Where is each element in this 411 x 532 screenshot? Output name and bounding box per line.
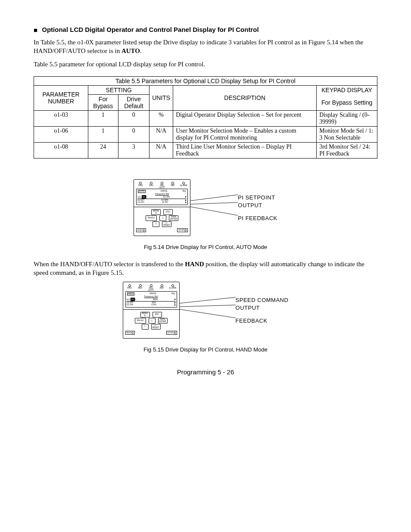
indicator-arrow-icon <box>174 302 176 304</box>
data-enter-button[interactable]: DATAENTER <box>158 318 168 324</box>
table-row: o1-03 1 0 % Digital Operator Display Sel… <box>34 110 377 126</box>
lcd-screen: AUTO -DRIVE- Rdy Frequency Ref U1-01= 12… <box>136 189 188 205</box>
up-button[interactable]: △ <box>149 318 156 324</box>
callout-setpoint: PI SETPOINT <box>238 194 277 202</box>
led-rev: REV <box>137 284 144 289</box>
callout-feedback: PI FEEDBACK <box>238 215 277 222</box>
indicator-arrow-icon <box>174 299 176 300</box>
reset-button[interactable]: ▷RESET <box>162 221 171 227</box>
table-row: o1-06 1 0 N/A User Monitor Selection Mod… <box>34 126 377 142</box>
stop-button[interactable]: STOP <box>177 228 188 232</box>
menu-button[interactable]: MENU⟲ <box>140 312 150 317</box>
stop-button[interactable]: STOP <box>166 331 177 335</box>
callout-feedback: FEEDBACK <box>236 317 289 325</box>
parameter-table: Table 5.5 Parameters for Optional LCD Di… <box>34 76 377 159</box>
th-units: UNITS <box>149 85 173 110</box>
esc-button[interactable]: ESC <box>163 209 173 215</box>
lcd-screen: HAND -DRIVE- Rdy Frequency Ref U1-01= 40… <box>125 291 177 308</box>
data-enter-button[interactable]: DATAENTER <box>169 215 178 221</box>
figure-caption-1: Fig 5.14 Drive Display for PI Control, A… <box>34 244 377 250</box>
intro-paragraph-1: In Table 5.5, the o1-0X parameter listed… <box>34 38 377 56</box>
keypad-device: FWD REV SEQ REF ALARM AUTO HAND -DRIVE- … <box>123 282 180 339</box>
monitor-button[interactable]: Monitor <box>135 318 146 324</box>
led-seq: SEQ <box>147 284 155 289</box>
down-button[interactable]: ▽ <box>153 221 159 227</box>
callout-output: OUTPUT <box>238 202 277 209</box>
led-ref: REF <box>158 284 166 289</box>
run-button[interactable]: RUN <box>136 228 146 232</box>
th-description: DESCRIPTION <box>173 85 317 110</box>
svg-line-0 <box>190 195 238 201</box>
led-fwd: FWD <box>126 284 134 289</box>
svg-line-1 <box>190 202 238 204</box>
callout-leader-lines <box>180 294 236 337</box>
th-for-bypass-setting: For Bypass Setting <box>317 94 377 110</box>
figure-5-14: FWD REV SEQ REF ALARM AUTO AUTO -DRIVE- … <box>34 179 377 236</box>
section-title: Optional LCD Digital Operator and Contro… <box>42 26 258 33</box>
led-alarm: ALARM <box>169 284 177 289</box>
callout-speed-command: SPEED COMMAND <box>236 296 289 304</box>
keypad-device: FWD REV SEQ REF ALARM AUTO AUTO -DRIVE- … <box>134 179 190 236</box>
figure-5-15: FWD REV SEQ REF ALARM AUTO HAND -DRIVE- … <box>34 282 377 339</box>
callout-output: OUTPUT <box>236 304 289 312</box>
svg-line-3 <box>180 297 236 303</box>
led-ref: REF <box>169 182 177 187</box>
down-button[interactable]: ▽ <box>142 324 149 330</box>
intro-paragraph-2: Table 5.5 parameter for optional LCD dis… <box>34 60 377 68</box>
reset-button[interactable]: ▷RESET <box>151 324 161 330</box>
th-for-bypass: For Bypass <box>88 94 118 110</box>
callout-labels: SPEED COMMAND OUTPUT FEEDBACK <box>236 282 289 325</box>
svg-line-5 <box>180 309 236 318</box>
led-alarm: ALARM <box>180 182 187 187</box>
indicator-arrow-icon <box>185 202 187 203</box>
th-drive-default: Drive Default <box>118 94 149 110</box>
mid-paragraph: When the HAND/OFF/AUTO selector is trans… <box>34 260 377 277</box>
bullet-icon: ■ <box>34 26 37 34</box>
callout-leader-lines <box>190 191 238 234</box>
indicator-arrow-icon <box>185 196 187 198</box>
table-row: o1-08 24 3 N/A Third Line User Monitor S… <box>34 142 377 158</box>
monitor-button[interactable]: Monitor <box>146 215 157 221</box>
section-heading: ■ Optional LCD Digital Operator and Cont… <box>34 26 377 34</box>
led-rev: REV <box>147 182 155 187</box>
th-keypad-display: KEYPAD DISPLAY <box>317 85 377 94</box>
page-footer: Programming 5 - 26 <box>34 368 377 376</box>
run-button[interactable]: RUN <box>125 331 135 335</box>
menu-button[interactable]: MENU⟲ <box>151 209 161 215</box>
esc-button[interactable]: ESC <box>153 312 162 317</box>
th-setting: SETTING <box>88 85 149 94</box>
callout-labels: PI SETPOINT OUTPUT PI FEEDBACK <box>238 179 277 222</box>
svg-line-2 <box>190 207 238 215</box>
figure-caption-2: Fig 5.15 Drive Display for PI Control, H… <box>34 346 377 353</box>
up-button[interactable]: △ <box>159 215 166 221</box>
table-caption: Table 5.5 Parameters for Optional LCD Di… <box>34 76 377 85</box>
indicator-arrow-icon <box>185 199 187 201</box>
th-param: PARAMETER NUMBER <box>34 85 88 110</box>
svg-line-4 <box>180 305 236 307</box>
indicator-arrow-icon <box>174 304 176 306</box>
led-fwd: FWD <box>137 182 144 187</box>
